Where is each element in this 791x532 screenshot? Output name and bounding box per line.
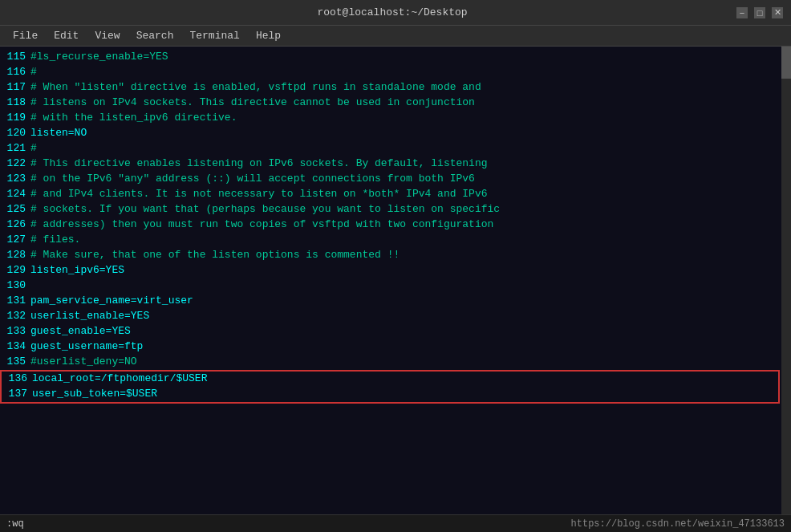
line-content: # with the listen_ipv6 directive. [30,111,237,126]
line-number: 122 [0,156,30,172]
line-number: 115 [0,50,30,65]
line-row: 122 # This directive enables listening o… [0,156,780,172]
line-number: 136 [2,372,32,387]
line-row: 136 local_root=/ftphomedir/$USER [2,372,778,387]
line-content: # When "listen" directive is enabled, vs… [30,80,481,95]
line-content: listen_ipv6=YES [30,263,124,278]
close-button[interactable]: ✕ [772,7,783,18]
line-content: # This directive enables listening on IP… [30,156,488,172]
line-content: local_root=/ftphomedir/$USER [32,372,207,387]
line-content: # listens on IPv4 sockets. This directiv… [30,95,475,111]
highlighted-box: 136 local_root=/ftphomedir/$USER 137 use… [0,370,780,404]
menu-terminal[interactable]: Terminal [181,28,247,43]
line-content: guest_username=ftp [30,339,143,355]
line-number: 126 [0,217,30,233]
scrollbar[interactable] [781,47,791,514]
line-number: 120 [0,126,30,141]
line-number: 124 [0,187,30,202]
line-row: 128 # Make sure, that one of the listen … [0,248,780,263]
terminal-window: root@localhost:~/Desktop − □ ✕ File Edit… [0,0,791,532]
line-content: user_sub_token=$USER [32,387,157,402]
line-number: 121 [0,141,30,156]
menu-help[interactable]: Help [248,28,289,43]
line-number: 135 [0,355,30,370]
line-row: 116 # [0,65,780,80]
line-row: 131 pam_service_name=virt_user [0,294,780,309]
line-number: 127 [0,233,30,248]
menu-file[interactable]: File [5,28,46,43]
menu-search[interactable]: Search [128,28,182,43]
line-number: 116 [0,65,30,80]
line-row: 118 # listens on IPv4 sockets. This dire… [0,95,780,111]
line-number: 134 [0,339,30,355]
line-number: 123 [0,172,30,187]
maximize-button[interactable]: □ [754,7,765,18]
line-content: #ls_recurse_enable=YES [30,50,168,65]
title-bar: root@localhost:~/Desktop − □ ✕ [0,0,791,26]
line-content: # addresses) then you must run two copie… [30,217,493,233]
line-row: 130 [0,278,780,294]
terminal-body[interactable]: 115 #ls_recurse_enable=YES 116 # 117 # W… [0,47,791,514]
scrollbar-thumb[interactable] [781,47,791,79]
line-content: # on the IPv6 "any" address (::) will ac… [30,172,475,187]
status-bar: :wq https://blog.csdn.net/weixin_4713361… [0,514,791,532]
line-number: 131 [0,294,30,309]
line-content: pam_service_name=virt_user [30,294,193,309]
line-number: 118 [0,95,30,111]
line-content: listen=NO [30,126,87,141]
line-number: 119 [0,111,30,126]
line-row: 125 # sockets. If you want that (perhaps… [0,202,780,217]
line-content: # sockets. If you want that (perhaps bec… [30,202,500,217]
title-bar-controls[interactable]: − □ ✕ [736,7,791,18]
line-number: 129 [0,263,30,278]
line-number: 133 [0,324,30,339]
lines-container: 115 #ls_recurse_enable=YES 116 # 117 # W… [0,50,791,404]
line-content: # files. [30,233,80,248]
line-row: 129 listen_ipv6=YES [0,263,780,278]
line-row: 126 # addresses) then you must run two c… [0,217,780,233]
menu-view[interactable]: View [87,28,128,43]
line-row: 119 # with the listen_ipv6 directive. [0,111,780,126]
line-row: 123 # on the IPv6 "any" address (::) wil… [0,172,780,187]
line-content: # and IPv4 clients. It is not necessary … [30,187,488,202]
line-content: guest_enable=YES [30,324,131,339]
line-row: 120 listen=NO [0,126,780,141]
line-row: 135 #userlist_deny=NO [0,355,780,370]
line-row: 115 #ls_recurse_enable=YES [0,50,780,65]
line-content: #userlist_deny=NO [30,355,137,370]
menu-bar: File Edit View Search Terminal Help [0,26,791,47]
line-row: 121 # [0,141,780,156]
line-row: 137 user_sub_token=$USER [2,387,778,402]
line-row: 132 userlist_enable=YES [0,309,780,324]
line-number: 125 [0,202,30,217]
menu-edit[interactable]: Edit [46,28,87,43]
line-content: userlist_enable=YES [30,309,149,324]
status-url: https://blog.csdn.net/weixin_47133613 [571,518,785,530]
line-row: 133 guest_enable=YES [0,324,780,339]
line-number: 117 [0,80,30,95]
line-content: # Make sure, that one of the listen opti… [30,248,400,263]
line-number: 128 [0,248,30,263]
line-number: 137 [2,387,32,402]
line-number: 132 [0,309,30,324]
line-row: 127 # files. [0,233,780,248]
minimize-button[interactable]: − [736,7,748,18]
line-content: # [30,65,37,80]
status-command: :wq [6,518,24,530]
line-number: 130 [0,278,30,294]
line-row: 117 # When "listen" directive is enabled… [0,80,780,95]
line-row: 134 guest_username=ftp [0,339,780,355]
window-title: root@localhost:~/Desktop [48,6,736,18]
line-row: 124 # and IPv4 clients. It is not necess… [0,187,780,202]
line-content: # [30,141,37,156]
